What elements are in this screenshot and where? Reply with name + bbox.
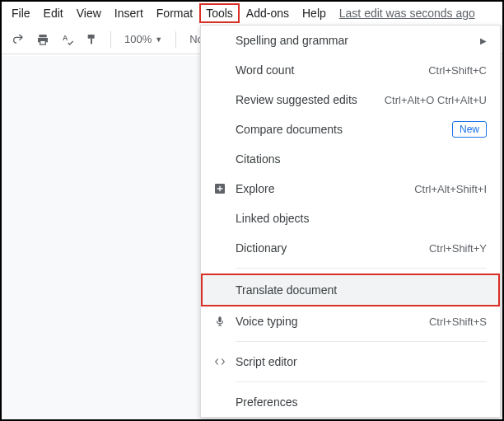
menu-addons[interactable]: Add-ons (240, 3, 296, 23)
print-icon[interactable] (31, 28, 54, 51)
blank-icon (211, 32, 229, 49)
menu-separator (236, 381, 487, 382)
menu-item-citations[interactable]: Citations (201, 144, 500, 174)
last-edit-link[interactable]: Last edit was seconds ago (339, 7, 475, 20)
menu-insert[interactable]: Insert (108, 3, 150, 23)
chevron-down-icon: ▼ (155, 35, 162, 44)
submenu-arrow-icon: ▶ (480, 36, 487, 45)
tools-dropdown: Spelling and grammar ▶ Word count Ctrl+S… (200, 25, 501, 418)
toolbar-separator (175, 31, 176, 48)
menu-separator (236, 341, 487, 342)
explore-icon (211, 180, 229, 197)
menu-item-explore[interactable]: Explore Ctrl+Alt+Shift+I (201, 174, 500, 203)
blank-icon (211, 210, 229, 227)
menubar: File Edit View Insert Format Tools Add-o… (2, 2, 502, 25)
menu-item-review[interactable]: Review suggested edits Ctrl+Alt+O Ctrl+A… (201, 85, 500, 115)
menu-item-translate[interactable]: Translate document (201, 274, 500, 306)
zoom-value: 100% (124, 33, 152, 45)
menu-file[interactable]: File (5, 3, 37, 23)
menu-item-label: Compare documents (236, 123, 452, 136)
new-badge: New (452, 121, 487, 138)
blank-icon (211, 240, 229, 256)
menu-item-label: Explore (236, 182, 414, 195)
menu-item-accel: Ctrl+Shift+Y (429, 242, 487, 255)
menu-item-label: Word count (236, 63, 428, 77)
menu-item-accel: Ctrl+Alt+Shift+I (414, 183, 487, 195)
menu-item-label: Translate document (236, 283, 487, 297)
menu-item-label: Dictionary (236, 241, 429, 255)
svg-rect-2 (40, 40, 46, 44)
menu-item-accel: Ctrl+Alt+O Ctrl+Alt+U (385, 94, 487, 106)
blank-icon (211, 151, 229, 167)
menu-separator (236, 268, 487, 269)
menu-edit[interactable]: Edit (37, 3, 70, 23)
menu-item-preferences[interactable]: Preferences (201, 387, 500, 417)
blank-icon (211, 62, 229, 78)
toolbar-separator (110, 31, 111, 48)
menu-item-spelling[interactable]: Spelling and grammar ▶ (201, 26, 500, 55)
menu-item-label: Spelling and grammar (236, 34, 480, 47)
menu-help[interactable]: Help (296, 3, 333, 23)
svg-rect-0 (39, 35, 46, 37)
menu-item-label: Preferences (236, 395, 487, 409)
menu-item-dictionary[interactable]: Dictionary Ctrl+Shift+Y (201, 233, 500, 263)
menu-item-label: Review suggested edits (236, 93, 385, 106)
menu-item-label: Citations (236, 152, 487, 166)
svg-rect-5 (91, 38, 92, 44)
menu-item-compare[interactable]: Compare documents New (201, 115, 500, 144)
menu-tools[interactable]: Tools (199, 3, 240, 23)
menu-item-accel: Ctrl+Shift+S (429, 316, 487, 328)
menu-view[interactable]: View (70, 3, 108, 23)
menu-item-accel: Ctrl+Shift+C (428, 64, 487, 77)
svg-text:A: A (63, 34, 68, 42)
menu-item-accessibility[interactable]: Accessibility settings (201, 417, 500, 421)
menu-item-label: Script editor (236, 355, 487, 368)
redo-icon[interactable] (7, 28, 30, 51)
menu-item-wordcount[interactable]: Word count Ctrl+Shift+C (201, 55, 500, 85)
blank-icon (211, 282, 229, 298)
menu-item-voice[interactable]: Voice typing Ctrl+Shift+S (201, 306, 500, 336)
script-icon (211, 353, 229, 370)
menu-item-label: Linked objects (236, 212, 487, 225)
mic-icon (211, 313, 229, 330)
spellcheck-icon[interactable]: A (56, 28, 79, 51)
menu-item-linked[interactable]: Linked objects (201, 203, 500, 233)
menu-item-label: Voice typing (236, 315, 429, 328)
svg-rect-7 (218, 316, 222, 322)
blank-icon (211, 121, 229, 138)
zoom-selector[interactable]: 100% ▼ (118, 33, 169, 45)
paint-format-icon[interactable] (81, 28, 104, 51)
blank-icon (211, 394, 229, 410)
menu-item-script[interactable]: Script editor (201, 347, 500, 377)
svg-rect-4 (88, 35, 95, 39)
menu-format[interactable]: Format (150, 3, 199, 23)
blank-icon (211, 91, 229, 108)
